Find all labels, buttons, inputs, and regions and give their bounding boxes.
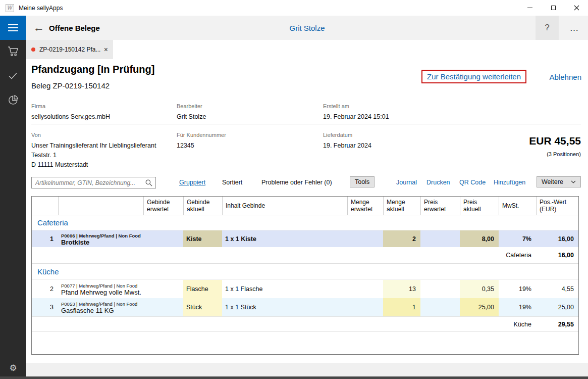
tab-label: ZP-0219-150142 Pfa... <box>39 46 100 53</box>
mwst-cell: 19% <box>499 298 536 316</box>
von-value: Unser Trainingslieferant Ihr Lieblingsli… <box>31 141 156 170</box>
gebinde-erwartet-cell <box>143 280 183 298</box>
menge-erwartet-cell <box>347 298 383 316</box>
subtotal-label: Küche <box>499 317 536 331</box>
minimize-button[interactable] <box>518 0 542 16</box>
preis-erwartet-cell <box>420 280 460 298</box>
tools-button[interactable]: Tools <box>350 176 375 187</box>
help-icon: ? <box>545 23 549 33</box>
qr-code-link[interactable]: QR Code <box>459 179 486 186</box>
menge-aktuell-cell: 2 <box>383 230 420 247</box>
erstellt-am-value: 19. Februar 2024 15:01 <box>323 112 389 122</box>
unsaved-dot-icon <box>31 48 35 52</box>
erstellt-am-label: Erstellt am <box>323 103 349 109</box>
titlebar: W Meine sellyApps <box>0 0 588 16</box>
firma-label: Firma <box>31 103 45 109</box>
subtotal-row-cafeteria: Cafeteria 16,00 <box>32 247 578 264</box>
chevron-down-icon <box>571 180 576 183</box>
gebinde-erwartet-cell <box>143 230 183 247</box>
row-number: 2 <box>32 280 58 298</box>
more-options-button[interactable]: … <box>563 16 586 40</box>
forward-for-confirmation-button[interactable]: Zur Bestätigung weiterleiten <box>421 70 526 83</box>
menge-erwartet-cell <box>347 230 383 247</box>
article-name: Gasflasche 11 KG <box>61 307 114 314</box>
print-link[interactable]: Drucken <box>426 179 450 186</box>
pos-wert-cell: 4,55 <box>536 280 578 298</box>
col-inhalt-gebinde: Inhalt Gebinde <box>222 197 347 215</box>
group-header-cafeteria[interactable]: Cafeteria <box>32 215 578 230</box>
preis-aktuell-cell: 25,00 <box>460 298 499 316</box>
col-preis-erwartet: Preis erwartet <box>420 197 460 215</box>
firma-value: sellysolutions Serv.ges.mbH <box>31 112 110 122</box>
search-input[interactable] <box>32 179 145 186</box>
sidebar-item-tasks[interactable] <box>0 68 26 83</box>
problems-filter[interactable]: Probleme oder Fehler (0) <box>261 179 332 186</box>
col-preis-aktuell: Preis aktuell <box>460 197 499 215</box>
sidebar-item-reports[interactable] <box>0 92 26 108</box>
tab-close-icon[interactable]: × <box>101 45 108 54</box>
minimize-icon <box>527 8 532 8</box>
gebinde-aktuell-cell: Stück <box>183 298 222 316</box>
inhalt-gebinde-cell: 1 x 1 Kiste <box>222 230 347 247</box>
preis-aktuell-cell: 0,35 <box>460 280 499 298</box>
group-header-kueche[interactable]: Küche <box>32 264 578 280</box>
col-pos-wert: Pos.-Wert (EUR) <box>536 197 578 215</box>
gear-icon: ⚙ <box>9 363 17 373</box>
hamburger-menu-button[interactable] <box>0 16 26 40</box>
pos-wert-cell: 25,00 <box>536 298 578 316</box>
kundennummer-value: 12345 <box>177 141 194 151</box>
kundennummer-label: Für Kundennummer <box>177 132 226 138</box>
gebinde-aktuell-cell: Flasche <box>183 280 222 298</box>
inhalt-gebinde-cell: 1 x 1 Flasche <box>222 280 347 298</box>
lieferdatum-label: Lieferdatum <box>323 132 352 138</box>
menge-erwartet-cell <box>347 280 383 298</box>
footer-band <box>26 363 588 376</box>
pos-wert-cell: 16,00 <box>536 230 578 247</box>
document-title: Pfandzugang [In Prüfung] <box>31 64 154 75</box>
positions-table: Gebinde erwartet Gebinde aktuell Inhalt … <box>31 196 579 355</box>
document-total: EUR 45,55 <box>529 135 581 147</box>
search-icon <box>145 179 152 186</box>
preis-erwartet-cell <box>420 230 460 247</box>
document-view: Pfandzugang [In Prüfung] Beleg ZP-0219-1… <box>26 59 588 363</box>
close-button[interactable] <box>565 0 588 16</box>
col-menge-erwartet: Menge erwartet <box>347 197 383 215</box>
help-button[interactable]: ? <box>536 16 559 40</box>
subtotal-label: Cafeteria <box>499 247 536 263</box>
table-header-row: Gebinde erwartet Gebinde aktuell Inhalt … <box>32 197 578 215</box>
journal-link[interactable]: Journal <box>396 179 417 186</box>
col-mwst: MwSt. <box>499 197 536 215</box>
table-row[interactable]: 1 P0006 | Mehrweg/Pfand | Non Food Brotk… <box>32 230 578 247</box>
positions-count: (3 Positionen) <box>547 151 581 157</box>
sidebar-item-cart[interactable] <box>0 44 26 59</box>
maximize-button[interactable] <box>542 0 565 16</box>
settings-button[interactable]: ⚙ <box>0 363 26 373</box>
add-link[interactable]: Hinzufügen <box>494 179 525 186</box>
grouped-toggle[interactable]: Gruppiert <box>179 179 205 186</box>
bearbeiter-value: Grit Stolze <box>177 112 206 122</box>
more-dropdown-button[interactable]: Weitere <box>537 176 581 187</box>
tab-document[interactable]: ZP-0219-150142 Pfa... × <box>26 40 113 59</box>
user-name-link[interactable]: Grit Stolze <box>26 16 588 40</box>
window-title: Meine sellyApps <box>19 5 63 12</box>
app-logo-icon: W <box>6 4 14 12</box>
divider <box>31 124 581 124</box>
menge-aktuell-cell: 13 <box>383 280 420 298</box>
window-controls <box>518 0 588 16</box>
table-row[interactable]: 3 P0053 | Mehrweg/Pfand | Non Food Gasfl… <box>32 298 578 316</box>
col-article <box>58 197 143 215</box>
article-name: Pfand Mehrweg volle Mwst. <box>61 289 141 296</box>
ellipsis-icon: … <box>570 23 579 33</box>
reject-button[interactable]: Ablehnen <box>550 73 581 81</box>
hamburger-icon <box>8 24 18 25</box>
col-menge-aktuell: Menge aktuell <box>383 197 420 215</box>
window-bottom-edge <box>0 376 588 379</box>
article-search[interactable] <box>31 177 156 188</box>
app-header: ← Offene Belege Grit Stolze ? … <box>26 16 588 40</box>
sorted-toggle[interactable]: Sortiert <box>222 179 242 186</box>
cart-icon <box>7 46 19 57</box>
table-row[interactable]: 2 P0077 | Mehrweg/Pfand | Non Food Pfand… <box>32 280 578 298</box>
document-number: Beleg ZP-0219-150142 <box>31 81 110 90</box>
gebinde-aktuell-cell: Kiste <box>183 230 222 247</box>
subtotal-value: 16,00 <box>536 247 578 263</box>
